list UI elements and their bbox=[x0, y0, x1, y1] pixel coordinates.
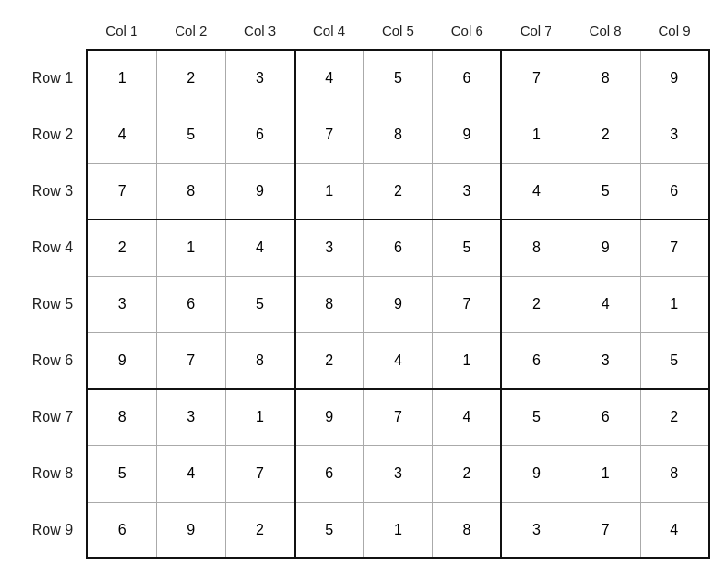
cell-r9-c9: 4 bbox=[640, 502, 709, 558]
cell-r7-c3: 1 bbox=[226, 389, 295, 445]
row-label-1: Row 1 bbox=[18, 50, 87, 107]
row-label-6: Row 6 bbox=[18, 332, 87, 389]
cell-r9-c8: 7 bbox=[571, 502, 640, 558]
cell-r2-c8: 2 bbox=[571, 107, 640, 163]
table-row: Row 8547632918 bbox=[18, 445, 709, 502]
cell-r2-c7: 1 bbox=[501, 107, 571, 163]
corner-cell bbox=[18, 12, 87, 50]
row-label-9: Row 9 bbox=[18, 502, 87, 558]
cell-r5-c4: 8 bbox=[295, 276, 364, 332]
cell-r2-c9: 3 bbox=[640, 107, 709, 163]
cell-r1-c2: 2 bbox=[157, 50, 226, 107]
cell-r8-c4: 6 bbox=[295, 445, 364, 502]
cell-r9-c4: 5 bbox=[295, 502, 364, 558]
table-row: Row 4214365897 bbox=[18, 219, 709, 276]
cell-r6-c5: 4 bbox=[363, 332, 432, 389]
cell-r6-c2: 7 bbox=[157, 332, 226, 389]
cell-r4-c7: 8 bbox=[501, 219, 571, 276]
cell-r4-c3: 4 bbox=[226, 219, 295, 276]
cell-r9-c7: 3 bbox=[501, 502, 571, 558]
cell-r7-c5: 7 bbox=[363, 389, 432, 445]
cell-r8-c9: 8 bbox=[640, 445, 709, 502]
cell-r3-c9: 6 bbox=[640, 163, 709, 219]
cell-r7-c6: 4 bbox=[432, 389, 501, 445]
cell-r8-c6: 2 bbox=[432, 445, 501, 502]
row-label-4: Row 4 bbox=[18, 219, 87, 276]
cell-r1-c4: 4 bbox=[295, 50, 364, 107]
cell-r1-c7: 7 bbox=[501, 50, 571, 107]
cell-r6-c9: 5 bbox=[640, 332, 709, 389]
cell-r3-c7: 4 bbox=[501, 163, 571, 219]
cell-r9-c1: 6 bbox=[87, 502, 157, 558]
cell-r2-c5: 8 bbox=[363, 107, 432, 163]
table-row: Row 6978241635 bbox=[18, 332, 709, 389]
header-col-8: Col 8 bbox=[571, 12, 640, 50]
header-col-3: Col 3 bbox=[226, 12, 295, 50]
cell-r1-c1: 1 bbox=[87, 50, 157, 107]
cell-r9-c5: 1 bbox=[363, 502, 432, 558]
cell-r3-c4: 1 bbox=[295, 163, 364, 219]
row-label-7: Row 7 bbox=[18, 389, 87, 445]
table-row: Row 9692518374 bbox=[18, 502, 709, 558]
cell-r1-c5: 5 bbox=[363, 50, 432, 107]
row-label-2: Row 2 bbox=[18, 107, 87, 163]
table-row: Row 1123456789 bbox=[18, 50, 709, 107]
cell-r7-c9: 2 bbox=[640, 389, 709, 445]
cell-r4-c5: 6 bbox=[363, 219, 432, 276]
cell-r4-c1: 2 bbox=[87, 219, 157, 276]
row-label-5: Row 5 bbox=[18, 276, 87, 332]
cell-r5-c3: 5 bbox=[226, 276, 295, 332]
header-col-2: Col 2 bbox=[157, 12, 226, 50]
cell-r5-c7: 2 bbox=[501, 276, 571, 332]
header-col-1: Col 1 bbox=[87, 12, 157, 50]
cell-r7-c4: 9 bbox=[295, 389, 364, 445]
header-col-7: Col 7 bbox=[501, 12, 571, 50]
cell-r8-c3: 7 bbox=[226, 445, 295, 502]
cell-r3-c8: 5 bbox=[571, 163, 640, 219]
cell-r9-c6: 8 bbox=[432, 502, 501, 558]
cell-r8-c7: 9 bbox=[501, 445, 571, 502]
cell-r9-c3: 2 bbox=[226, 502, 295, 558]
cell-r8-c8: 1 bbox=[571, 445, 640, 502]
cell-r6-c3: 8 bbox=[226, 332, 295, 389]
cell-r4-c9: 7 bbox=[640, 219, 709, 276]
cell-r5-c9: 1 bbox=[640, 276, 709, 332]
cell-r6-c1: 9 bbox=[87, 332, 157, 389]
cell-r8-c2: 4 bbox=[157, 445, 226, 502]
cell-r7-c8: 6 bbox=[571, 389, 640, 445]
cell-r7-c7: 5 bbox=[501, 389, 571, 445]
cell-r3-c5: 2 bbox=[363, 163, 432, 219]
cell-r5-c2: 6 bbox=[157, 276, 226, 332]
header-row: Col 1Col 2Col 3Col 4Col 5Col 6Col 7Col 8… bbox=[18, 12, 709, 50]
cell-r1-c9: 9 bbox=[640, 50, 709, 107]
header-col-5: Col 5 bbox=[363, 12, 432, 50]
cell-r9-c2: 9 bbox=[157, 502, 226, 558]
cell-r4-c4: 3 bbox=[295, 219, 364, 276]
cell-r4-c8: 9 bbox=[571, 219, 640, 276]
cell-r3-c2: 8 bbox=[157, 163, 226, 219]
header-col-4: Col 4 bbox=[295, 12, 364, 50]
cell-r4-c2: 1 bbox=[157, 219, 226, 276]
cell-r3-c1: 7 bbox=[87, 163, 157, 219]
row-label-8: Row 8 bbox=[18, 445, 87, 502]
cell-r2-c4: 7 bbox=[295, 107, 364, 163]
cell-r6-c6: 1 bbox=[432, 332, 501, 389]
table-row: Row 2456789123 bbox=[18, 107, 709, 163]
header-col-9: Col 9 bbox=[640, 12, 709, 50]
cell-r6-c4: 2 bbox=[295, 332, 364, 389]
cell-r5-c6: 7 bbox=[432, 276, 501, 332]
cell-r4-c6: 5 bbox=[432, 219, 501, 276]
cell-r8-c1: 5 bbox=[87, 445, 157, 502]
cell-r2-c1: 4 bbox=[87, 107, 157, 163]
cell-r1-c8: 8 bbox=[571, 50, 640, 107]
table-row: Row 3789123456 bbox=[18, 163, 709, 219]
cell-r1-c3: 3 bbox=[226, 50, 295, 107]
cell-r2-c3: 6 bbox=[226, 107, 295, 163]
cell-r1-c6: 6 bbox=[432, 50, 501, 107]
cell-r6-c8: 3 bbox=[571, 332, 640, 389]
table-row: Row 7831974562 bbox=[18, 389, 709, 445]
header-col-6: Col 6 bbox=[432, 12, 501, 50]
cell-r2-c2: 5 bbox=[157, 107, 226, 163]
sudoku-table: Col 1Col 2Col 3Col 4Col 5Col 6Col 7Col 8… bbox=[18, 12, 710, 559]
cell-r3-c3: 9 bbox=[226, 163, 295, 219]
